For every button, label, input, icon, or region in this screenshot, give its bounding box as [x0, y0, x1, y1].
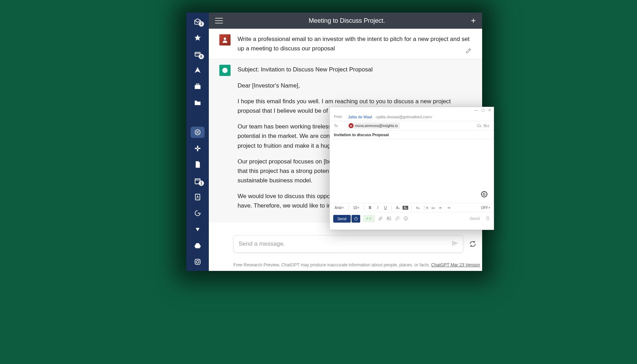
- font-select[interactable]: Arial ▾: [333, 206, 345, 210]
- cc-button[interactable]: Cc: [477, 124, 481, 128]
- sidebar-nav-down[interactable]: [191, 224, 205, 235]
- sidebar-briefcase[interactable]: [191, 81, 205, 92]
- link-button[interactable]: [395, 216, 400, 222]
- action-toolbar: Send ✓✓ Saved: [330, 212, 494, 225]
- star-icon: [194, 34, 201, 42]
- menu-button[interactable]: [215, 18, 223, 23]
- to-label: To: [334, 124, 344, 128]
- google-icon: [194, 209, 201, 217]
- grammarly-icon[interactable]: G: [481, 191, 487, 197]
- bullets-button[interactable]: ⋮≡: [423, 206, 428, 210]
- sidebar-all[interactable]: 6: [191, 49, 205, 60]
- link-icon: [395, 216, 400, 221]
- inbox-badge: 3: [199, 21, 204, 27]
- to-initial: M: [349, 123, 354, 128]
- svg-point-19: [405, 218, 405, 218]
- sidebar-calendar[interactable]: 1: [191, 175, 205, 186]
- image-button[interactable]: [386, 216, 392, 222]
- textcolor-button[interactable]: A▾: [395, 206, 400, 210]
- minimize-button[interactable]: —: [474, 108, 478, 112]
- sidebar-folder[interactable]: [191, 97, 205, 108]
- clock-icon: [354, 217, 358, 221]
- sidebar-inbox[interactable]: 3: [191, 16, 205, 27]
- openai-icon: [194, 128, 201, 136]
- sidebar: 3 6 1: [186, 13, 209, 271]
- svg-rect-6: [195, 148, 197, 149]
- bold-button[interactable]: B: [367, 206, 373, 210]
- image-icon: [386, 216, 391, 221]
- attach-button[interactable]: [378, 216, 383, 222]
- bcc-button[interactable]: Bcc: [484, 124, 489, 128]
- refresh-icon: [469, 240, 477, 248]
- close-button[interactable]: ✕: [488, 108, 491, 112]
- paperclip-icon: [378, 216, 383, 221]
- instagram-icon: [194, 258, 201, 266]
- user-avatar: [219, 34, 231, 46]
- spellcheck-button[interactable]: ✓✓: [363, 215, 375, 222]
- numbered-button[interactable]: 1≡: [430, 206, 436, 210]
- contacts-icon: [194, 193, 201, 201]
- sidebar-starred[interactable]: [191, 32, 205, 43]
- user-message: Write a professional email to an investo…: [209, 29, 482, 59]
- svg-point-12: [196, 260, 199, 263]
- sidebar-slack[interactable]: [191, 143, 205, 154]
- footer-disclaimer: Free Research Preview. ChatGPT may produ…: [231, 262, 482, 267]
- sidebar-contacts[interactable]: [191, 191, 205, 203]
- from-email: <jalita.dewaal@getmailbird.com>: [376, 115, 432, 119]
- subject-field[interactable]: Invitation to discuss Proposal: [330, 131, 494, 139]
- new-chat-button[interactable]: +: [471, 16, 476, 26]
- svg-rect-1: [195, 85, 201, 89]
- maximize-button[interactable]: ▢: [481, 108, 485, 112]
- sidebar-drive[interactable]: [191, 240, 205, 251]
- message-input-bar: [233, 235, 463, 253]
- assistant-greeting: Dear [Investor's Name],: [238, 81, 472, 90]
- tracking-toggle[interactable]: OFF: [481, 206, 488, 210]
- indent-button[interactable]: ⇥: [446, 206, 451, 210]
- svg-rect-4: [197, 146, 198, 148]
- fontsize-select[interactable]: 10 ▾: [352, 206, 361, 210]
- trash-icon: [485, 216, 490, 221]
- send-icon: [452, 240, 458, 246]
- underline-button[interactable]: U: [383, 206, 388, 210]
- sidebar-google[interactable]: [191, 208, 205, 219]
- file-icon: [194, 161, 201, 168]
- chat-title: Meeting to Discuss Project.: [309, 17, 385, 24]
- to-row: To M mona.simmons@insights.io Cc Bcc: [330, 121, 494, 131]
- send-email-button[interactable]: Send: [333, 215, 351, 223]
- saved-status: Saved: [470, 217, 480, 220]
- outdent-button[interactable]: ⇤: [438, 206, 444, 210]
- assistant-subject-line: Subject: Invitation to Discuss New Proje…: [238, 65, 472, 74]
- emoji-button[interactable]: [403, 216, 409, 222]
- to-chip[interactable]: M mona.simmons@insights.io: [348, 122, 400, 129]
- discard-button[interactable]: [485, 216, 490, 222]
- sidebar-chatgpt[interactable]: [191, 127, 205, 138]
- from-label: From: [334, 115, 344, 119]
- svg-point-14: [224, 37, 226, 40]
- from-name[interactable]: Jalita de Waal: [348, 115, 372, 119]
- format-toolbar: Arial ▾ 10 ▾ B I U A▾ A▾ ≡▾ ⋮≡ 1≡ ⇤ ⇥ OF…: [330, 203, 494, 212]
- edit-message-button[interactable]: [465, 48, 472, 55]
- from-row: From Jalita de Waal <jalita.dewaal@getma…: [330, 113, 494, 121]
- assistant-avatar: [219, 65, 231, 76]
- footer-version-link[interactable]: ChatGPT Mar 23 Version: [431, 262, 480, 267]
- sidebar-instagram[interactable]: [191, 256, 205, 267]
- align-button[interactable]: ≡▾: [415, 206, 420, 210]
- sidebar-send[interactable]: [191, 65, 205, 76]
- message-input[interactable]: [239, 240, 452, 247]
- sidebar-file[interactable]: [191, 159, 205, 170]
- send-button[interactable]: [452, 240, 458, 248]
- regenerate-button[interactable]: [469, 240, 477, 249]
- footer-text: Free Research Preview. ChatGPT may produ…: [233, 262, 431, 267]
- send-options-button[interactable]: [351, 215, 360, 223]
- svg-rect-7: [198, 148, 200, 149]
- compose-body[interactable]: G: [330, 139, 494, 203]
- highlight-button[interactable]: A▾: [403, 206, 408, 210]
- folder-icon: [194, 99, 201, 106]
- emoji-icon: [403, 216, 408, 221]
- edit-icon: [465, 48, 472, 54]
- send-nav-icon: [194, 66, 201, 74]
- chat-header: Meeting to Discuss Project. +: [209, 13, 482, 29]
- briefcase-icon: [194, 83, 201, 90]
- compose-window: — ▢ ✕ From Jalita de Waal <jalita.dewaal…: [329, 107, 494, 230]
- italic-button[interactable]: I: [375, 206, 381, 210]
